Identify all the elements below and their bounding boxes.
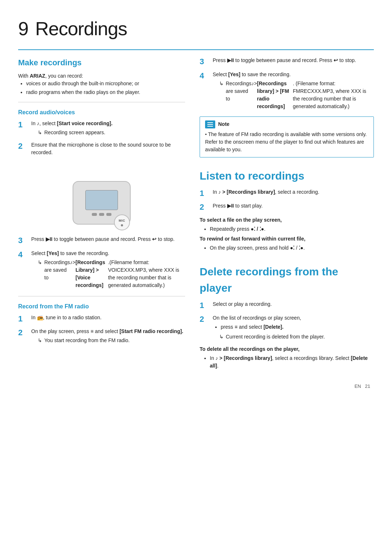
list-item: Repeatedly press ●⁚ / ⁚●. xyxy=(210,225,374,233)
arrow-bullet: You start recording from the FM radio. xyxy=(38,337,185,344)
fm-step-4: 4 Select [Yes] to save the recording. Re… xyxy=(200,71,374,111)
listen-step-2: 2 Press ▶II to start play. xyxy=(200,202,374,213)
page-container: 9Recordings Make recordings With ARIAZ, … xyxy=(18,15,374,390)
listen-sub2-list: On the play screen, press and hold ●⁚ / … xyxy=(210,244,374,252)
delete-all-list: In ♪ > [Recordings library], select a re… xyxy=(210,354,374,370)
device-body: MIC xyxy=(73,181,131,225)
note-label: Note xyxy=(218,120,229,128)
delete-recordings-section: Delete recordings from theplayer 1 Selec… xyxy=(200,263,374,370)
device-btn xyxy=(106,213,111,216)
listen-recordings-heading: Listen to recordings xyxy=(200,168,374,184)
mic-dot xyxy=(121,224,123,226)
section-divider-2 xyxy=(18,296,185,296)
device-screen xyxy=(85,190,118,210)
arrow-bullet: Current recording is deleted from the pl… xyxy=(219,333,374,341)
device-controls xyxy=(92,213,111,216)
chapter-number: 9 xyxy=(18,18,29,39)
record-fm-section: Record from the FM radio 1 In 📻, tune in… xyxy=(18,302,185,346)
page-lang: EN xyxy=(355,383,361,389)
list-item: In ♪ > [Recordings library], select a re… xyxy=(210,354,374,370)
delete-recordings-heading: Delete recordings from theplayer xyxy=(200,263,374,296)
delete-step-2: 2 On the list of recordings or play scre… xyxy=(200,314,374,342)
delete-sub-list: press ≡ and select [Delete]. xyxy=(221,323,374,331)
listen-subheading2: To rewind or fast forward within current… xyxy=(200,235,374,243)
arrow-bullet: Recording screen appears. xyxy=(38,129,185,136)
fm-step-3: 3 Press ▶II to toggle between pause and … xyxy=(200,57,374,67)
note-text: • The feature of FM radio recording is a… xyxy=(205,131,368,153)
record-fm-heading: Record from the FM radio xyxy=(18,302,185,311)
arrow-bullet: Recordings are saved to ♪ > [Recordings … xyxy=(219,80,374,110)
page-number: 21 xyxy=(365,383,370,389)
delete-subheading: To delete all the recordings on the play… xyxy=(200,345,374,353)
make-recordings-list: voices or audio through the built-in mic… xyxy=(26,80,185,96)
step-1: 1 In ♪, select [Start voice recording]. … xyxy=(18,120,185,138)
fm-steps-cont: 3 Press ▶II to toggle between pause and … xyxy=(200,57,374,111)
step-4: 4 Select [Yes] to save the recording. Re… xyxy=(18,250,185,290)
right-column: 3 Press ▶II to toggle between pause and … xyxy=(200,57,374,372)
list-item: voices or audio through the built-in mic… xyxy=(26,80,185,87)
section-divider-1 xyxy=(18,102,185,102)
record-audio-section: Record audio/voices 1 In ♪, select [Star… xyxy=(18,108,185,290)
step2-text: Ensure that the microphone is close to t… xyxy=(31,141,185,156)
step-3: 3 Press ▶II to toggle between pause and … xyxy=(18,235,185,246)
chapter-title-row: 9Recordings xyxy=(18,15,374,43)
record-audio-heading: Record audio/voices xyxy=(18,108,185,117)
fm-step-2: 2 On the play screen, press ≡ and select… xyxy=(18,328,185,345)
mic-indicator: MIC xyxy=(114,214,130,230)
note-header: Note xyxy=(205,120,368,128)
title-divider xyxy=(18,49,374,50)
listen-sub1-list: Repeatedly press ●⁚ / ⁚●. xyxy=(210,225,374,233)
chapter-title-text: Recordings xyxy=(35,18,127,39)
arrow-bullet: Recordings are saved to ♪ > [Recordings … xyxy=(38,259,185,289)
delete-step1-text: Select or play a recording. xyxy=(213,300,374,308)
device-btn xyxy=(92,213,97,216)
mic-label: MIC xyxy=(119,218,125,223)
make-recordings-section: Make recordings With ARIAZ, you can reco… xyxy=(18,57,185,96)
note-icon xyxy=(205,120,215,128)
list-item: radio programs when the radio plays on t… xyxy=(26,89,185,96)
step-2: 2 Ensure that the microphone is close to… xyxy=(18,141,185,158)
listen-step-1: 1 In ♪ > [Recordings library], select a … xyxy=(200,188,374,199)
listen-recordings-section: Listen to recordings 1 In ♪ > [Recording… xyxy=(200,168,374,252)
device-image: MIC xyxy=(65,163,138,225)
make-recordings-heading: Make recordings xyxy=(18,57,185,69)
page-footer: EN 21 xyxy=(18,383,374,390)
list-item: press ≡ and select [Delete]. xyxy=(221,323,374,331)
make-recordings-intro: With ARIAZ, you can record: xyxy=(18,72,185,80)
fm-step-1: 1 In 📻, tune in to a radio station. xyxy=(18,314,185,324)
listen-subheading1: To select a file on the play screen, xyxy=(200,216,374,224)
main-content: Make recordings With ARIAZ, you can reco… xyxy=(18,57,374,372)
list-item: On the play screen, press and hold ●⁚ / … xyxy=(210,244,374,252)
delete-step-1: 1 Select or play a recording. xyxy=(200,300,374,311)
device-btn xyxy=(99,213,104,216)
left-column: Make recordings With ARIAZ, you can reco… xyxy=(18,57,185,372)
note-box: Note • The feature of FM radio recording… xyxy=(200,116,374,157)
